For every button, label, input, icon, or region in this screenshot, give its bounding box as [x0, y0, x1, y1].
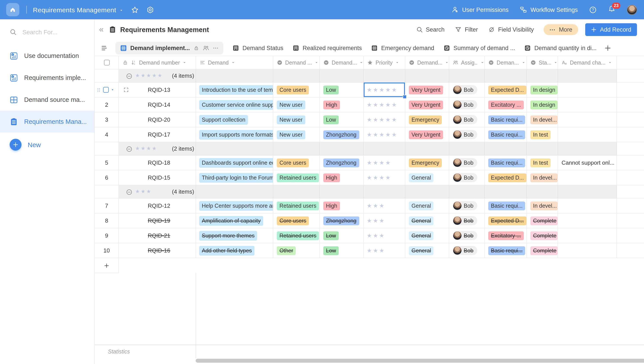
record-id-cell[interactable]: RQID-15 — [119, 170, 196, 185]
add-record-button[interactable]: Add Record — [585, 23, 637, 36]
demand-type-cell[interactable]: New user — [273, 112, 320, 127]
demand-character-cell[interactable] — [558, 170, 617, 185]
demand-urgency-cell[interactable]: General — [405, 213, 449, 228]
priority-cell[interactable]: ★★★★ — [364, 170, 405, 185]
tab-summary-of-demand[interactable]: Summary of demand ... — [444, 45, 515, 51]
row-handle-cell[interactable]: 7 — [95, 198, 119, 213]
stats-bar[interactable]: Statistics — [95, 345, 644, 364]
assignee-cell[interactable]: Bob — [449, 213, 485, 228]
row-handle-cell[interactable]: 3 — [95, 112, 119, 127]
tab-emergency-demand[interactable]: Emergency demand — [371, 45, 434, 51]
record-id-cell[interactable]: RQID-13 — [119, 83, 196, 98]
column-header-demand[interactable]: Demand — [196, 56, 273, 69]
priority-cell[interactable]: ★★★ — [364, 228, 405, 243]
row-handle-cell[interactable]: 9 — [95, 228, 119, 243]
row-handle-cell[interactable]: 8 — [95, 213, 119, 228]
demand-stage-cell[interactable]: Expected D... — [485, 170, 527, 185]
demand-character-cell[interactable] — [558, 98, 617, 112]
status-cell[interactable]: Complete — [527, 213, 558, 228]
demand-urgency-cell[interactable]: Emergency — [405, 155, 449, 170]
notifications-button[interactable]: 23 — [608, 5, 616, 14]
status-cell[interactable]: In devel... — [527, 170, 558, 185]
status-cell[interactable]: In test — [527, 127, 558, 142]
record-id-cell[interactable]: RQID-14 — [119, 98, 196, 112]
priority-cell[interactable]: ★★★ — [364, 243, 405, 258]
demand-level-cell[interactable]: Zhongzhong — [320, 127, 364, 142]
sidebar-search[interactable]: Search For... — [0, 19, 94, 45]
status-cell[interactable]: Complete — [527, 243, 558, 258]
add-view-icon[interactable] — [604, 45, 611, 51]
demand-cell[interactable]: Customer service online supp — [196, 98, 273, 112]
sidebar-item-2[interactable]: Requirements imple... — [0, 67, 94, 89]
empty-cell[interactable] — [617, 198, 644, 213]
demand-character-cell[interactable] — [558, 213, 617, 228]
space-caret-icon[interactable] — [119, 8, 123, 12]
horizontal-scrollbar[interactable] — [196, 359, 644, 363]
demand-urgency-cell[interactable]: General — [405, 243, 449, 258]
record-id-cell[interactable]: RQID-20 — [119, 112, 196, 127]
empty-cell[interactable] — [617, 243, 644, 258]
demand-urgency-cell[interactable]: Emergency — [405, 112, 449, 127]
demand-urgency-cell[interactable]: Very Urgent — [405, 98, 449, 112]
demand-cell[interactable]: Support more themes — [196, 228, 273, 243]
column-header-assig[interactable]: Assig... — [449, 56, 485, 69]
row-handle-cell[interactable]: 4 — [95, 127, 119, 142]
demand-type-cell[interactable]: New user — [273, 98, 320, 112]
user-permissions-button[interactable]: User Permissions — [452, 6, 509, 13]
empty-cell[interactable] — [617, 127, 644, 142]
status-cell[interactable]: In devel... — [527, 198, 558, 213]
demand-character-cell[interactable] — [558, 243, 617, 258]
assignee-cell[interactable]: Bob — [449, 243, 485, 258]
column-header-priority[interactable]: Priority — [364, 56, 405, 69]
demand-type-cell[interactable]: Core users — [273, 83, 320, 98]
record-id-cell[interactable]: RQID-12 — [119, 198, 196, 213]
priority-cell[interactable]: ★★★★★ — [364, 98, 405, 112]
select-all-checkbox[interactable] — [104, 60, 110, 66]
demand-stage-cell[interactable]: Expected D... — [485, 213, 527, 228]
demand-cell[interactable]: Add other field types — [196, 243, 273, 258]
empty-cell[interactable] — [617, 83, 644, 98]
demand-type-cell[interactable]: Retained users — [273, 228, 320, 243]
settings-nut-icon[interactable] — [146, 6, 154, 14]
row-handle-cell[interactable]: 2 — [95, 98, 119, 112]
search-button[interactable]: Search — [416, 26, 444, 33]
demand-urgency-cell[interactable]: General — [405, 228, 449, 243]
sidebar-item-1[interactable]: Use documentation — [0, 45, 94, 67]
row-checkbox[interactable] — [103, 87, 109, 93]
assignee-cell[interactable]: Bob — [449, 170, 485, 185]
assignee-cell[interactable]: Bob — [449, 155, 485, 170]
demand-level-cell[interactable]: High — [320, 198, 364, 213]
sidebar-item-3[interactable]: Demand source ma... — [0, 89, 94, 111]
record-id-cell[interactable]: RQID-17 — [119, 127, 196, 142]
field-visibility-button[interactable]: Field Visibility — [488, 26, 534, 33]
demand-level-cell[interactable]: Low — [320, 243, 364, 258]
tab-demand-implementation[interactable]: Demand implement... — [116, 42, 223, 54]
add-row-cell[interactable] — [95, 258, 119, 273]
filter-button[interactable]: Filter — [455, 26, 478, 33]
assignee-cell[interactable]: Bob — [449, 98, 485, 112]
demand-cell[interactable]: Third-party login to the Forum — [196, 170, 273, 185]
priority-cell[interactable]: ★★★★★ — [364, 112, 405, 127]
tab-demand-status[interactable]: Demand Status — [232, 45, 284, 51]
demand-stage-cell[interactable]: Excitatory ... — [485, 228, 527, 243]
assignee-cell[interactable]: Bob — [449, 83, 485, 98]
demand-level-cell[interactable]: Low — [320, 112, 364, 127]
status-cell[interactable]: In design — [527, 98, 558, 112]
home-button[interactable] — [6, 3, 19, 16]
demand-urgency-cell[interactable]: Very Urgent — [405, 127, 449, 142]
favorite-star-icon[interactable] — [131, 6, 138, 14]
status-cell[interactable]: In devel... — [527, 112, 558, 127]
empty-cell[interactable] — [617, 170, 644, 185]
more-button[interactable]: More — [544, 24, 578, 35]
new-button[interactable]: New — [0, 133, 94, 156]
column-header-demand-cha[interactable]: Demand cha... — [558, 56, 617, 69]
tab-demand-quantity-in-di[interactable]: Demand quantity in di... — [524, 45, 596, 51]
record-id-cell[interactable]: RQID-21 — [119, 228, 196, 243]
column-header-deman[interactable]: Deman... — [485, 56, 527, 69]
view-list-icon[interactable] — [101, 45, 108, 51]
workflow-settings-button[interactable]: Workflow Settings — [520, 6, 578, 13]
demand-type-cell[interactable]: Other — [273, 243, 320, 258]
priority-cell[interactable]: ★★★★ — [364, 155, 405, 170]
priority-cell[interactable]: ★★★★★ — [364, 127, 405, 142]
demand-type-cell[interactable]: New user — [273, 127, 320, 142]
